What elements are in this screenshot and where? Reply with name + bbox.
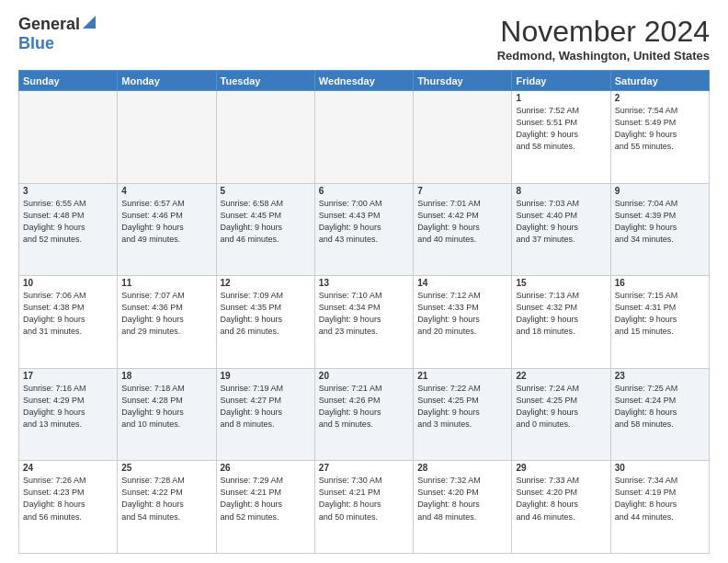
day-info: Sunrise: 7:25 AM Sunset: 4:24 PM Dayligh… xyxy=(615,383,705,431)
day-number: 28 xyxy=(417,463,507,473)
day-info: Sunrise: 7:29 AM Sunset: 4:21 PM Dayligh… xyxy=(221,475,311,523)
header-thursday: Thursday xyxy=(414,71,512,91)
day-number: 1 xyxy=(516,93,606,103)
week-row-3: 10Sunrise: 7:06 AM Sunset: 4:38 PM Dayli… xyxy=(19,276,710,369)
day-number: 17 xyxy=(23,371,113,381)
day-number: 25 xyxy=(121,463,211,473)
day-cell: 7Sunrise: 7:01 AM Sunset: 4:42 PM Daylig… xyxy=(414,183,512,276)
day-info: Sunrise: 7:09 AM Sunset: 4:35 PM Dayligh… xyxy=(221,290,311,338)
logo-triangle-icon xyxy=(83,16,96,32)
day-cell: 21Sunrise: 7:22 AM Sunset: 4:25 PM Dayli… xyxy=(414,368,512,461)
day-cell xyxy=(216,91,314,184)
day-number: 14 xyxy=(417,278,507,288)
days-header-row: Sunday Monday Tuesday Wednesday Thursday… xyxy=(19,71,710,91)
day-cell: 4Sunrise: 6:57 AM Sunset: 4:46 PM Daylig… xyxy=(118,183,216,276)
day-number: 11 xyxy=(121,278,211,288)
day-number: 24 xyxy=(23,463,113,473)
logo-blue: Blue xyxy=(18,34,54,52)
day-cell: 5Sunrise: 6:58 AM Sunset: 4:45 PM Daylig… xyxy=(216,183,314,276)
day-cell: 16Sunrise: 7:15 AM Sunset: 4:31 PM Dayli… xyxy=(610,276,709,369)
day-info: Sunrise: 7:54 AM Sunset: 5:49 PM Dayligh… xyxy=(615,105,705,153)
day-number: 20 xyxy=(319,371,409,381)
day-number: 18 xyxy=(121,371,211,381)
day-number: 16 xyxy=(615,278,705,288)
day-info: Sunrise: 7:22 AM Sunset: 4:25 PM Dayligh… xyxy=(417,383,507,431)
day-cell: 18Sunrise: 7:18 AM Sunset: 4:28 PM Dayli… xyxy=(118,368,216,461)
day-number: 30 xyxy=(615,463,705,473)
day-cell xyxy=(118,91,216,184)
logo: General Blue xyxy=(18,15,96,53)
day-info: Sunrise: 7:28 AM Sunset: 4:22 PM Dayligh… xyxy=(121,475,211,523)
header-friday: Friday xyxy=(512,71,610,91)
day-cell: 3Sunrise: 6:55 AM Sunset: 4:48 PM Daylig… xyxy=(19,183,118,276)
day-number: 12 xyxy=(221,278,311,288)
day-number: 15 xyxy=(516,278,606,288)
day-number: 5 xyxy=(221,186,311,196)
page: General Blue November 2024 Redmond, Wash… xyxy=(0,0,728,563)
day-cell: 26Sunrise: 7:29 AM Sunset: 4:21 PM Dayli… xyxy=(216,461,314,554)
day-cell: 22Sunrise: 7:24 AM Sunset: 4:25 PM Dayli… xyxy=(512,368,610,461)
day-info: Sunrise: 7:24 AM Sunset: 4:25 PM Dayligh… xyxy=(516,383,606,431)
calendar: Sunday Monday Tuesday Wednesday Thursday… xyxy=(18,70,710,554)
day-number: 7 xyxy=(417,186,507,196)
day-number: 23 xyxy=(615,371,705,381)
day-number: 19 xyxy=(221,371,311,381)
day-cell: 17Sunrise: 7:16 AM Sunset: 4:29 PM Dayli… xyxy=(19,368,118,461)
day-number: 27 xyxy=(319,463,409,473)
day-info: Sunrise: 7:16 AM Sunset: 4:29 PM Dayligh… xyxy=(23,383,113,431)
day-number: 29 xyxy=(516,463,606,473)
day-info: Sunrise: 7:15 AM Sunset: 4:31 PM Dayligh… xyxy=(615,290,705,338)
day-number: 10 xyxy=(23,278,113,288)
week-row-4: 17Sunrise: 7:16 AM Sunset: 4:29 PM Dayli… xyxy=(19,368,710,461)
week-row-1: 1Sunrise: 7:52 AM Sunset: 5:51 PM Daylig… xyxy=(19,91,710,184)
day-info: Sunrise: 7:33 AM Sunset: 4:20 PM Dayligh… xyxy=(516,475,606,523)
day-number: 26 xyxy=(221,463,311,473)
day-info: Sunrise: 7:18 AM Sunset: 4:28 PM Dayligh… xyxy=(121,383,211,431)
header-wednesday: Wednesday xyxy=(314,71,413,91)
month-title: November 2024 xyxy=(497,15,710,49)
day-cell: 13Sunrise: 7:10 AM Sunset: 4:34 PM Dayli… xyxy=(314,276,413,369)
day-cell xyxy=(314,91,413,184)
day-number: 21 xyxy=(417,371,507,381)
location: Redmond, Washington, United States xyxy=(497,49,710,63)
day-info: Sunrise: 6:58 AM Sunset: 4:45 PM Dayligh… xyxy=(221,198,311,246)
day-number: 6 xyxy=(319,186,409,196)
week-row-2: 3Sunrise: 6:55 AM Sunset: 4:48 PM Daylig… xyxy=(19,183,710,276)
header: General Blue November 2024 Redmond, Wash… xyxy=(18,15,710,63)
day-cell xyxy=(19,91,118,184)
day-cell: 19Sunrise: 7:19 AM Sunset: 4:27 PM Dayli… xyxy=(216,368,314,461)
day-number: 13 xyxy=(319,278,409,288)
day-cell: 15Sunrise: 7:13 AM Sunset: 4:32 PM Dayli… xyxy=(512,276,610,369)
day-info: Sunrise: 7:06 AM Sunset: 4:38 PM Dayligh… xyxy=(23,290,113,338)
day-cell: 24Sunrise: 7:26 AM Sunset: 4:23 PM Dayli… xyxy=(19,461,118,554)
day-info: Sunrise: 7:07 AM Sunset: 4:36 PM Dayligh… xyxy=(121,290,211,338)
day-cell: 2Sunrise: 7:54 AM Sunset: 5:49 PM Daylig… xyxy=(610,91,709,184)
day-number: 3 xyxy=(23,186,113,196)
week-row-5: 24Sunrise: 7:26 AM Sunset: 4:23 PM Dayli… xyxy=(19,461,710,554)
day-cell: 28Sunrise: 7:32 AM Sunset: 4:20 PM Dayli… xyxy=(414,461,512,554)
day-number: 22 xyxy=(516,371,606,381)
day-info: Sunrise: 7:32 AM Sunset: 4:20 PM Dayligh… xyxy=(417,475,507,523)
day-cell: 9Sunrise: 7:04 AM Sunset: 4:39 PM Daylig… xyxy=(610,183,709,276)
logo-general: General xyxy=(18,15,80,34)
day-info: Sunrise: 7:12 AM Sunset: 4:33 PM Dayligh… xyxy=(417,290,507,338)
day-info: Sunrise: 7:19 AM Sunset: 4:27 PM Dayligh… xyxy=(221,383,311,431)
day-cell: 1Sunrise: 7:52 AM Sunset: 5:51 PM Daylig… xyxy=(512,91,610,184)
day-info: Sunrise: 6:55 AM Sunset: 4:48 PM Dayligh… xyxy=(23,198,113,246)
day-cell: 27Sunrise: 7:30 AM Sunset: 4:21 PM Dayli… xyxy=(314,461,413,554)
header-tuesday: Tuesday xyxy=(216,71,314,91)
title-block: November 2024 Redmond, Washington, Unite… xyxy=(497,15,710,63)
header-saturday: Saturday xyxy=(610,71,709,91)
day-info: Sunrise: 7:30 AM Sunset: 4:21 PM Dayligh… xyxy=(319,475,409,523)
day-number: 9 xyxy=(615,186,705,196)
day-number: 4 xyxy=(121,186,211,196)
day-cell: 12Sunrise: 7:09 AM Sunset: 4:35 PM Dayli… xyxy=(216,276,314,369)
day-cell: 20Sunrise: 7:21 AM Sunset: 4:26 PM Dayli… xyxy=(314,368,413,461)
day-info: Sunrise: 7:01 AM Sunset: 4:42 PM Dayligh… xyxy=(417,198,507,246)
day-cell: 23Sunrise: 7:25 AM Sunset: 4:24 PM Dayli… xyxy=(610,368,709,461)
day-cell: 25Sunrise: 7:28 AM Sunset: 4:22 PM Dayli… xyxy=(118,461,216,554)
day-cell: 6Sunrise: 7:00 AM Sunset: 4:43 PM Daylig… xyxy=(314,183,413,276)
header-sunday: Sunday xyxy=(19,71,118,91)
day-number: 2 xyxy=(615,93,705,103)
day-cell: 8Sunrise: 7:03 AM Sunset: 4:40 PM Daylig… xyxy=(512,183,610,276)
